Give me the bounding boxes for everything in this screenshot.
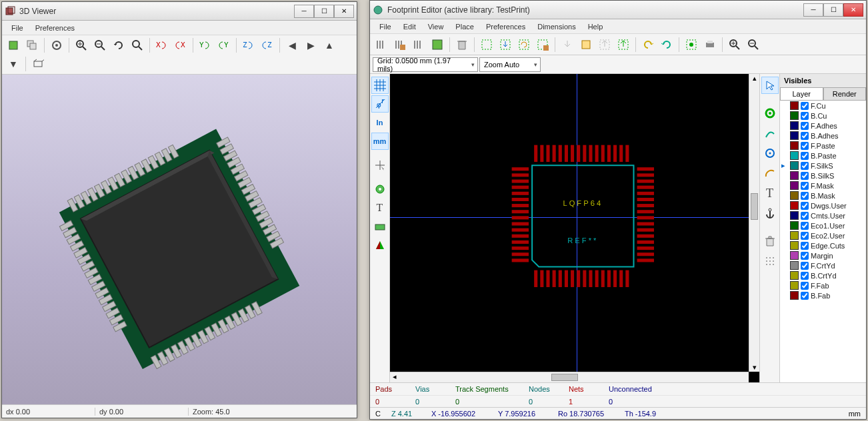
layer-visibility-checkbox[interactable]	[801, 292, 809, 300]
zoom-in-icon[interactable]	[73, 37, 90, 54]
tab-layer[interactable]: Layer	[780, 87, 823, 100]
layer-visibility-checkbox[interactable]	[801, 252, 809, 260]
layer-visibility-checkbox[interactable]	[801, 272, 809, 280]
layer-visibility-checkbox[interactable]	[801, 242, 809, 250]
layer-color-swatch[interactable]	[790, 151, 799, 160]
layer-color-swatch[interactable]	[790, 101, 799, 110]
layer-color-swatch[interactable]	[790, 201, 799, 210]
layer-visibility-checkbox[interactable]	[801, 232, 809, 240]
menu-view[interactable]: View	[423, 21, 449, 32]
viewer3d-canvas[interactable]	[2, 75, 357, 404]
import-icon[interactable]	[559, 36, 576, 53]
rotate-z-pos-icon[interactable]: Z	[259, 37, 276, 54]
layer-list[interactable]: F.CuB.CuF.AdhesB.AdhesF.PasteB.Paste▸F.S…	[780, 101, 866, 382]
layer-color-swatch[interactable]	[790, 281, 799, 290]
export-icon[interactable]	[577, 36, 595, 53]
layer-color-swatch[interactable]	[790, 161, 799, 170]
move-up-icon[interactable]: ▲	[321, 37, 338, 54]
layer-visibility-checkbox[interactable]	[801, 102, 809, 110]
close-button[interactable]: ✕	[334, 5, 354, 18]
layer-color-swatch[interactable]	[790, 291, 799, 300]
tab-render[interactable]: Render	[823, 87, 867, 100]
layer-visibility-checkbox[interactable]	[801, 182, 809, 190]
layer-visibility-checkbox[interactable]	[801, 132, 809, 140]
outline-display-icon[interactable]	[371, 218, 389, 235]
footprint-canvas[interactable]: LQFP64 REF**	[390, 74, 749, 372]
contrast-icon[interactable]	[371, 236, 389, 254]
minimize-button[interactable]: ─	[294, 5, 314, 18]
text-display-icon[interactable]: T	[371, 199, 389, 216]
layer-row-F.Adhes[interactable]: F.Adhes	[780, 121, 866, 131]
save-footprint-icon[interactable]	[534, 36, 551, 53]
rotate-y-neg-icon[interactable]: Y	[197, 37, 214, 54]
move-right-icon[interactable]: ▶	[302, 37, 319, 54]
layer-color-swatch[interactable]	[790, 241, 799, 250]
layer-color-swatch[interactable]	[790, 271, 799, 280]
new-footprint-icon[interactable]	[429, 36, 446, 53]
layer-row-F.Cu[interactable]: F.Cu	[780, 101, 866, 111]
layer-row-F.SilkS[interactable]: ▸F.SilkS	[780, 161, 866, 171]
menu-preferences[interactable]: Preferences	[481, 21, 531, 32]
add-circle-icon[interactable]	[761, 145, 779, 162]
open-library-icon[interactable]	[410, 36, 427, 53]
layer-visibility-checkbox[interactable]	[801, 112, 809, 120]
layer-color-swatch[interactable]	[790, 221, 799, 230]
menu-file[interactable]: File	[374, 21, 397, 32]
layer-color-swatch[interactable]	[790, 251, 799, 260]
add-text-icon[interactable]: T	[761, 185, 779, 202]
select-tool-icon[interactable]	[761, 77, 779, 94]
grid-display-icon[interactable]	[371, 77, 389, 94]
layer-visibility-checkbox[interactable]	[801, 142, 809, 150]
layer-row-B.Paste[interactable]: B.Paste	[780, 151, 866, 161]
close-button[interactable]: ✕	[843, 3, 863, 17]
layer-color-swatch[interactable]	[790, 111, 799, 120]
vertical-scrollbar[interactable]: ▴▾	[749, 74, 759, 372]
layer-visibility-checkbox[interactable]	[801, 172, 809, 180]
layer-color-swatch[interactable]	[790, 121, 799, 130]
layer-row-F.Mask[interactable]: F.Mask	[780, 181, 866, 191]
layer-row-B.Cu[interactable]: B.Cu	[780, 111, 866, 121]
layer-color-swatch[interactable]	[790, 171, 799, 180]
layer-color-swatch[interactable]	[790, 211, 799, 220]
menu-edit[interactable]: Edit	[398, 21, 421, 32]
layer-visibility-checkbox[interactable]	[801, 202, 809, 210]
menu-preferences[interactable]: Preferences	[30, 23, 80, 33]
new-library-icon[interactable]	[373, 36, 390, 53]
layer-row-F.CrtYd[interactable]: F.CrtYd	[780, 260, 866, 270]
layer-row-Eco1.User[interactable]: Eco1.User	[780, 220, 866, 230]
layer-visibility-checkbox[interactable]	[801, 162, 809, 170]
add-pad-icon[interactable]	[761, 105, 779, 122]
layer-row-F.Paste[interactable]: F.Paste	[780, 141, 866, 151]
zoom-out-icon[interactable]	[91, 37, 109, 54]
viewer3d-titlebar[interactable]: 3D Viewer ─ ☐ ✕	[2, 2, 357, 21]
anchor-icon[interactable]	[761, 205, 779, 222]
zoom-in-icon[interactable]	[726, 36, 743, 53]
menu-file[interactable]: File	[6, 23, 29, 33]
add-arc-icon[interactable]	[761, 165, 779, 182]
layer-color-swatch[interactable]	[790, 261, 799, 270]
layer-color-swatch[interactable]	[790, 191, 799, 200]
delete-tool-icon[interactable]	[761, 232, 779, 250]
layer-row-B.Adhes[interactable]: B.Adhes	[780, 131, 866, 141]
layer-row-Eco2.User[interactable]: Eco2.User	[780, 230, 866, 240]
layer-row-Edge.Cuts[interactable]: Edge.Cuts	[780, 240, 866, 250]
pad-display-icon[interactable]	[371, 181, 389, 198]
menu-place[interactable]: Place	[450, 21, 479, 32]
load-footprint-icon[interactable]	[497, 36, 514, 53]
units-inch-icon[interactable]: In	[371, 114, 389, 131]
horizontal-scrollbar[interactable]: ◂▸	[390, 372, 749, 382]
zoom-redraw-icon[interactable]	[110, 37, 127, 54]
cursor-shape-icon[interactable]	[371, 157, 389, 174]
reload-icon[interactable]	[5, 37, 22, 54]
menu-dimensions[interactable]: Dimensions	[532, 21, 581, 32]
layer-visibility-checkbox[interactable]	[801, 262, 809, 270]
print-icon[interactable]	[701, 36, 719, 53]
layer-row-B.SilkS[interactable]: B.SilkS	[780, 171, 866, 181]
layer-row-B.Mask[interactable]: B.Mask	[780, 191, 866, 201]
layer-visibility-checkbox[interactable]	[801, 192, 809, 200]
layer-visibility-checkbox[interactable]	[801, 122, 809, 130]
polar-coords-icon[interactable]: rφ	[371, 95, 389, 113]
layer-color-swatch[interactable]	[790, 231, 799, 240]
rotate-x-neg-icon[interactable]: X	[153, 37, 171, 54]
insert-icon[interactable]	[596, 36, 613, 53]
